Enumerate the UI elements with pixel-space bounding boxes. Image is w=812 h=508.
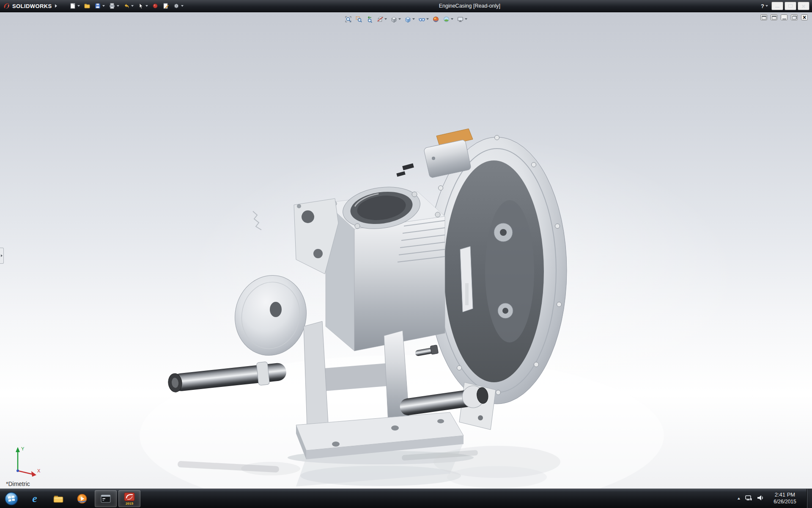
select-button[interactable] [136,1,149,11]
options-gear-icon [173,3,180,9]
section-view-button[interactable] [375,14,388,24]
dropdown-caret-icon [465,18,467,20]
zoom-to-fit-button[interactable] [343,14,353,24]
y-axis-arrow-icon [16,447,20,452]
taskbar-command-prompt[interactable] [95,490,117,507]
hide-show-items-button[interactable] [417,14,430,24]
print-icon [109,3,115,9]
internet-explorer-icon: e [32,493,37,504]
show-hidden-icons-button[interactable]: ▲ [737,497,741,500]
engine-casing-model[interactable] [0,12,812,489]
screen: SOLIDWORKS [0,0,812,508]
left-disc-part[interactable] [228,269,314,362]
taskbar-internet-explorer[interactable]: e [24,490,46,507]
view-settings-button[interactable] [455,14,469,24]
save-button[interactable] [93,1,106,11]
save-icon [94,3,101,9]
hide-show-items-icon [418,16,425,23]
doc-restore-icon [792,16,797,19]
display-style-button[interactable] [403,14,416,24]
print-button[interactable] [107,1,121,11]
media-player-icon [77,493,88,504]
doc-close-icon: × [803,14,806,20]
select-cursor-icon [137,3,144,9]
solidworks-app-icon: 2015 [123,492,135,505]
new-document-button[interactable] [68,1,81,11]
clock-date: 6/26/2015 [769,499,801,505]
window-title: EngineCasing [Read-only] [185,3,754,9]
view-orientation-button[interactable] [389,14,402,24]
doc-minimize-button[interactable] [781,14,787,20]
previous-view-icon [366,16,373,23]
dropdown-caret-icon [451,18,453,20]
app-name: SOLIDWORKS [12,3,52,9]
options-button[interactable] [172,1,185,11]
taskbar-windows-explorer[interactable] [47,490,69,507]
ds-logo-icon [3,2,10,10]
dropdown-caret-icon [398,18,401,20]
taskbar-items: e [24,489,140,508]
doc-cascade-button[interactable] [771,14,777,20]
minimize-icon [775,7,779,8]
doc-close-button[interactable]: × [801,14,808,20]
zoom-to-area-button[interactable] [354,14,364,24]
doc-new-window-icon [762,16,766,19]
x-axis-arrow-icon [31,471,36,477]
undo-button[interactable] [122,1,135,11]
dropdown-caret-icon [765,5,768,7]
appearance-button[interactable] [151,1,160,11]
open-button[interactable] [82,1,92,11]
doc-restore-button[interactable] [791,14,798,20]
heads-up-toolbar [343,14,469,24]
edit-appearance-icon [432,16,439,23]
dropdown-caret-icon [117,5,119,7]
volume-tray-icon[interactable] [757,494,764,503]
apply-scene-button[interactable] [442,14,455,24]
doc-minimize-icon [782,19,786,19]
doc-new-window-button[interactable] [760,14,767,20]
close-icon: × [802,3,806,9]
zoom-to-fit-icon [345,16,352,23]
dropdown-caret-icon [77,5,80,7]
show-desktop-button[interactable] [807,489,812,508]
bracket-plate-part[interactable] [253,199,338,274]
help-button[interactable]: ? [759,1,770,11]
dropdown-caret-icon [145,5,148,7]
close-button[interactable]: × [798,2,809,10]
graphics-viewport[interactable]: × Y X *Dimetric [0,12,812,489]
file-properties-button[interactable] [161,1,170,11]
dropdown-caret-icon [384,18,387,20]
section-view-icon [376,16,384,23]
dropdown-caret-icon [131,5,134,7]
y-axis-label: Y [21,446,25,451]
dropdown-caret-icon [412,18,415,20]
maximize-button[interactable] [785,2,796,10]
minimize-button[interactable] [771,2,783,10]
apply-scene-icon [443,16,450,23]
small-bolt-part[interactable] [414,345,439,357]
taskbar-media-player[interactable] [71,490,93,507]
maximize-icon [788,4,793,8]
taskbar-clock[interactable]: 2:41 PM 6/26/2015 [769,491,801,505]
zoom-to-area-icon [355,16,362,23]
display-style-icon [404,16,411,23]
previous-view-button[interactable] [365,14,374,24]
start-button[interactable] [0,489,23,508]
system-tray: ▲ 2:41 PM 6/26/2015 [737,489,812,508]
help-label: ? [761,3,764,9]
network-tray-icon[interactable] [745,494,752,503]
windows-explorer-folder-icon [53,493,64,504]
edit-appearance-button[interactable] [431,14,441,24]
taskbar: e [0,489,812,508]
view-settings-icon [457,16,464,23]
orientation-triad[interactable]: Y X [7,444,42,478]
taskbar-solidworks[interactable]: 2015 [118,490,140,507]
file-properties-icon [162,3,169,9]
solidworks-version-badge: 2015 [126,502,133,505]
solidworks-menu-button[interactable]: SOLIDWORKS [3,2,57,10]
window-controls: ? × [759,1,809,11]
titlebar: SOLIDWORKS [0,0,812,12]
dropdown-caret-icon [181,5,184,7]
panel-expand-tab[interactable] [0,248,4,264]
open-icon [84,3,91,9]
